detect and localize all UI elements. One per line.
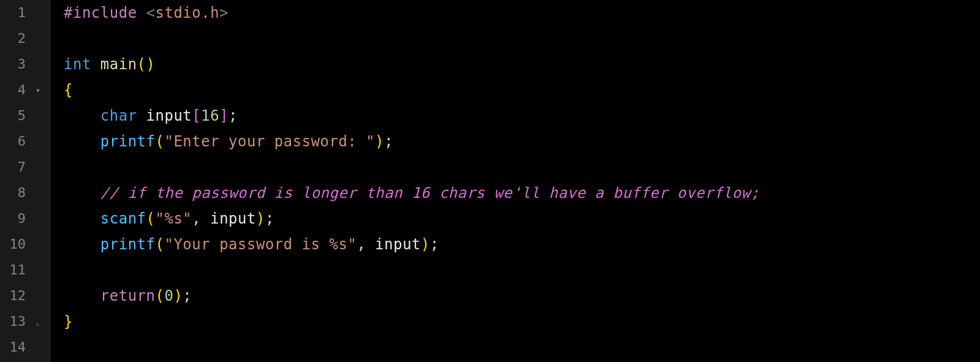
function-call: printf: [100, 133, 156, 150]
code-line-12[interactable]: return(0);: [64, 283, 980, 309]
parens: (): [137, 56, 156, 73]
gutter-row[interactable]: 7: [0, 154, 50, 180]
comma-token: ,: [192, 210, 210, 227]
gutter-row[interactable]: 6: [0, 129, 50, 154]
bracket-token: ]: [219, 107, 228, 124]
gutter-row[interactable]: 14: [0, 334, 50, 360]
identifier: input: [375, 236, 421, 253]
paren-token: (: [156, 287, 165, 304]
comment-token: // if the password is longer than 16 cha…: [100, 184, 760, 202]
number-literal: 16: [201, 107, 219, 124]
code-line-9[interactable]: scanf("%s", input);: [64, 206, 980, 232]
code-line-8[interactable]: // if the password is longer than 16 cha…: [64, 180, 980, 206]
paren-token: (: [156, 236, 165, 253]
line-number: 7: [0, 154, 29, 180]
gutter-row[interactable]: 5: [0, 103, 50, 129]
number-literal: 0: [164, 287, 173, 304]
string-literal: "Enter your password: ": [164, 133, 375, 150]
include-path: stdio.h: [156, 4, 220, 21]
paren-token: ): [421, 236, 430, 253]
paren-token: ): [375, 133, 384, 150]
angle-bracket: <: [146, 4, 156, 21]
gutter-row[interactable]: 3: [0, 51, 50, 77]
preprocessor-token: #include: [64, 4, 137, 21]
fold-end-icon: ⌞: [29, 309, 47, 334]
semicolon: ;: [228, 107, 238, 124]
line-number: 1: [0, 0, 29, 26]
line-number: 8: [0, 180, 29, 206]
line-number: 2: [0, 26, 29, 51]
line-number: 10: [0, 232, 29, 257]
semicolon: ;: [183, 287, 192, 304]
bracket-token: [: [192, 107, 201, 124]
return-keyword: return: [100, 287, 156, 304]
code-line-13[interactable]: }: [64, 309, 980, 334]
code-line-5[interactable]: char input[16];: [64, 103, 980, 129]
line-gutter: 1 2 3 4 ▾ 5 6 7 8 9 10 11 12: [0, 0, 50, 362]
gutter-row[interactable]: 4 ▾: [0, 77, 50, 103]
identifier: input: [146, 107, 192, 124]
gutter-row[interactable]: 8: [0, 180, 50, 206]
type-token: int: [64, 56, 91, 73]
code-line-14[interactable]: [64, 334, 980, 360]
fold-collapse-icon[interactable]: ▾: [29, 77, 47, 103]
paren-token: ): [256, 210, 265, 227]
angle-bracket: >: [219, 4, 228, 21]
line-number: 6: [0, 129, 29, 154]
gutter-row[interactable]: 13 ⌞: [0, 309, 50, 334]
comma-token: ,: [356, 236, 375, 253]
code-editor[interactable]: #include <stdio.h> int main() { char inp…: [50, 0, 980, 362]
line-number: 3: [0, 51, 29, 77]
paren-token: ): [173, 287, 183, 304]
code-line-1[interactable]: #include <stdio.h>: [64, 0, 980, 26]
paren-token: (: [146, 210, 156, 227]
code-line-3[interactable]: int main(): [64, 51, 980, 77]
line-number: 14: [0, 334, 29, 360]
gutter-row[interactable]: 12: [0, 283, 50, 309]
line-number: 4: [0, 77, 29, 103]
function-name: main: [100, 56, 137, 73]
line-number: 13: [0, 309, 29, 334]
code-line-6[interactable]: printf("Enter your password: ");: [64, 129, 980, 154]
identifier: input: [210, 210, 256, 227]
function-call: scanf: [100, 210, 146, 227]
code-line-2[interactable]: [64, 26, 980, 51]
gutter-row[interactable]: 10: [0, 232, 50, 257]
type-token: char: [100, 107, 137, 124]
string-literal: "%s": [156, 210, 192, 227]
semicolon: ;: [384, 133, 393, 150]
paren-token: (: [156, 133, 165, 150]
code-line-11[interactable]: [64, 257, 980, 283]
semicolon: ;: [430, 236, 439, 253]
line-number: 9: [0, 206, 29, 232]
line-number: 5: [0, 103, 29, 129]
code-line-10[interactable]: printf("Your password is %s", input);: [64, 232, 980, 257]
code-line-4[interactable]: {: [64, 77, 980, 103]
brace-token: {: [64, 81, 73, 99]
code-line-7[interactable]: [64, 154, 980, 180]
brace-token: }: [64, 313, 73, 330]
gutter-row[interactable]: 11: [0, 257, 50, 283]
gutter-row[interactable]: 2: [0, 26, 50, 51]
semicolon: ;: [265, 210, 274, 227]
function-call: printf: [100, 236, 156, 253]
line-number: 11: [0, 257, 29, 283]
line-number: 12: [0, 283, 29, 309]
gutter-row[interactable]: 1: [0, 0, 50, 26]
string-literal: "Your password is %s": [164, 236, 356, 253]
gutter-row[interactable]: 9: [0, 206, 50, 232]
